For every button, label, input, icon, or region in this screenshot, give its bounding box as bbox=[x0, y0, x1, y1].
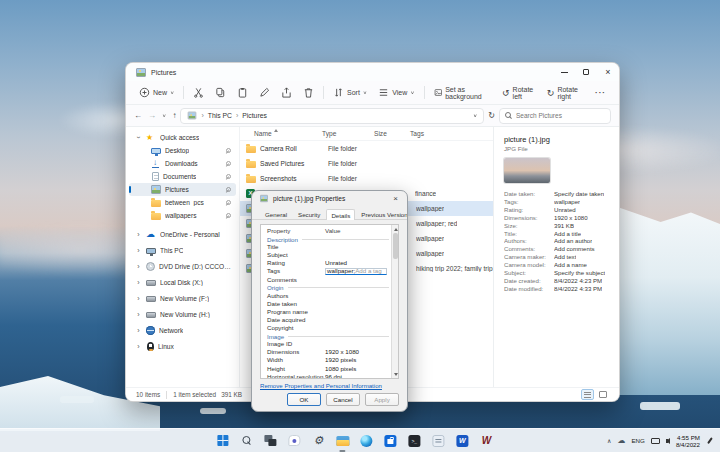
search-input[interactable] bbox=[516, 112, 605, 119]
task-view-button[interactable] bbox=[262, 433, 278, 449]
maximize-button[interactable] bbox=[575, 63, 597, 81]
sidebar-item-linux[interactable]: ›Linux bbox=[129, 338, 236, 354]
sidebar-item-new-volume-h[interactable]: ›New Volume (H:) bbox=[129, 306, 236, 322]
property-row-authors[interactable]: Authors bbox=[261, 292, 398, 300]
file-explorer-button[interactable] bbox=[334, 433, 350, 449]
chevron-icon[interactable]: › bbox=[135, 231, 142, 238]
dialog-title-bar[interactable]: picture (1).jpg Properties × bbox=[252, 191, 407, 206]
property-row-title[interactable]: Title bbox=[261, 243, 398, 251]
property-row-program-name[interactable]: Program name bbox=[261, 308, 398, 316]
store-button[interactable] bbox=[382, 433, 398, 449]
sidebar-item-wallpapers[interactable]: wallpapers bbox=[129, 209, 236, 222]
file-row-screenshots[interactable]: ScreenshotsFile folder bbox=[240, 171, 493, 186]
rotate-left-button[interactable]: ↺Rotate left bbox=[497, 84, 541, 102]
terminal-button[interactable]: >_ bbox=[406, 433, 422, 449]
chevron-icon[interactable]: › bbox=[135, 247, 142, 254]
column-tags[interactable]: Tags bbox=[408, 130, 424, 137]
sort-button[interactable]: Sort∨ bbox=[328, 84, 372, 102]
cut-button[interactable] bbox=[188, 84, 209, 102]
breadcrumb-pictures[interactable]: Pictures bbox=[242, 112, 267, 119]
breadcrumb-this-pc[interactable]: This PC bbox=[208, 112, 232, 119]
details-view-button[interactable] bbox=[581, 389, 594, 400]
column-type[interactable]: Type bbox=[320, 130, 372, 137]
column-size[interactable]: Size bbox=[372, 130, 398, 137]
chevron-icon[interactable]: › bbox=[135, 295, 142, 302]
chat-button[interactable] bbox=[286, 433, 302, 449]
dialog-close-button[interactable]: × bbox=[391, 194, 400, 203]
property-row-subject[interactable]: Subject bbox=[261, 251, 398, 259]
property-row-date-acquired[interactable]: Date acquired bbox=[261, 316, 398, 324]
rename-button[interactable] bbox=[254, 84, 275, 102]
cancel-button[interactable]: Cancel bbox=[326, 393, 360, 406]
minimize-button[interactable] bbox=[553, 63, 575, 81]
tab-general[interactable]: General bbox=[260, 208, 292, 219]
thumbnails-view-button[interactable] bbox=[596, 389, 609, 400]
property-row-comments[interactable]: Comments bbox=[261, 275, 398, 283]
chevron-icon[interactable]: › bbox=[135, 343, 142, 350]
property-row-height[interactable]: Height1080 pixels bbox=[261, 365, 398, 373]
delete-button[interactable] bbox=[298, 84, 319, 102]
sidebar-item-quick-access[interactable]: ›Quick access bbox=[129, 131, 236, 144]
language-indicator[interactable]: ENG bbox=[631, 437, 644, 444]
sidebar-item-documents[interactable]: Documents bbox=[129, 170, 236, 183]
scroll-up-icon[interactable] bbox=[394, 228, 398, 231]
breadcrumb[interactable]: › This PC › Pictures ∨ bbox=[180, 108, 484, 124]
refresh-button[interactable]: ↻ bbox=[488, 111, 495, 120]
sidebar-item-onedrive[interactable]: ›OneDrive - Personal bbox=[129, 226, 236, 242]
sidebar-item-downloads[interactable]: Downloads bbox=[129, 157, 236, 170]
sidebar-item-desktop[interactable]: Desktop bbox=[129, 144, 236, 157]
title-bar[interactable]: Pictures × bbox=[126, 63, 619, 81]
chevron-icon[interactable]: › bbox=[135, 263, 142, 270]
onedrive-tray-icon[interactable]: ☁ bbox=[617, 437, 625, 445]
property-row-image-id[interactable]: Image ID bbox=[261, 340, 398, 348]
chevron-icon[interactable]: › bbox=[135, 327, 142, 334]
volume-icon[interactable] bbox=[666, 438, 670, 444]
tab-security[interactable]: Security bbox=[293, 208, 325, 219]
tab-details[interactable]: Details bbox=[326, 209, 355, 220]
file-row-saved-pictures[interactable]: Saved PicturesFile folder bbox=[240, 156, 493, 171]
property-row-width[interactable]: Width1920 pixels bbox=[261, 356, 398, 364]
clock[interactable]: 4:55 PM 8/4/2022 bbox=[676, 434, 700, 448]
tab-previous-versions[interactable]: Previous Versions bbox=[356, 208, 408, 219]
sidebar-item-between-pcs[interactable]: between_pcs bbox=[129, 196, 236, 209]
sidebar-item-local-disk-x[interactable]: ›Local Disk (X:) bbox=[129, 274, 236, 290]
sidebar-item-dvd-drive[interactable]: ›DVD Drive (D:) CCCOMA_X64FRE_EN-US bbox=[129, 258, 236, 274]
chevron-icon[interactable]: › bbox=[135, 279, 142, 286]
mail-button[interactable] bbox=[430, 433, 446, 449]
dialog-scrollbar[interactable] bbox=[391, 225, 398, 378]
chevron-icon[interactable]: › bbox=[135, 311, 142, 318]
tags-input[interactable]: wallpaper; Add a tag bbox=[325, 268, 387, 276]
view-button[interactable]: View∨ bbox=[373, 84, 419, 102]
property-row-rating[interactable]: RatingUnrated bbox=[261, 259, 398, 267]
taskbar-search-button[interactable] bbox=[238, 433, 254, 449]
apply-button[interactable]: Apply bbox=[365, 393, 399, 406]
column-name[interactable]: Name bbox=[240, 130, 320, 137]
file-row-camera-roll[interactable]: Camera RollFile folder bbox=[240, 141, 493, 156]
hidden-icons-chevron[interactable]: ∧ bbox=[607, 437, 611, 444]
property-row-copyright[interactable]: Copyright bbox=[261, 324, 398, 332]
w-app-button[interactable]: W bbox=[478, 433, 494, 449]
paste-button[interactable] bbox=[232, 84, 253, 102]
see-more-button[interactable]: ··· bbox=[590, 84, 611, 102]
scroll-down-icon[interactable] bbox=[394, 373, 398, 376]
network-icon[interactable] bbox=[651, 438, 660, 444]
scrollbar-thumb[interactable] bbox=[393, 233, 398, 259]
settings-button[interactable]: ⚙ bbox=[310, 433, 326, 449]
word-button[interactable]: W bbox=[454, 433, 470, 449]
set-as-background-button[interactable]: Set as background bbox=[429, 84, 497, 102]
sidebar-item-new-volume-f[interactable]: ›New Volume (F:) bbox=[129, 290, 236, 306]
sidebar-item-this-pc[interactable]: ›This PC bbox=[129, 242, 236, 258]
forward-button[interactable]: → bbox=[148, 111, 156, 120]
edge-button[interactable] bbox=[358, 433, 374, 449]
copy-button[interactable] bbox=[210, 84, 231, 102]
close-button[interactable]: × bbox=[597, 63, 619, 81]
rotate-right-button[interactable]: ↻Rotate right bbox=[542, 84, 589, 102]
back-button[interactable]: ← bbox=[134, 111, 142, 120]
property-row-date-taken[interactable]: Date taken bbox=[261, 300, 398, 308]
pen-notification-icon[interactable] bbox=[706, 437, 714, 445]
remove-properties-link[interactable]: Remove Properties and Personal Informati… bbox=[260, 382, 399, 389]
start-button[interactable] bbox=[214, 433, 230, 449]
property-row-horizontal-resolution[interactable]: Horizontal resolution96 dpi bbox=[261, 373, 398, 379]
sidebar-item-network[interactable]: ›Network bbox=[129, 322, 236, 338]
share-button[interactable] bbox=[276, 84, 297, 102]
